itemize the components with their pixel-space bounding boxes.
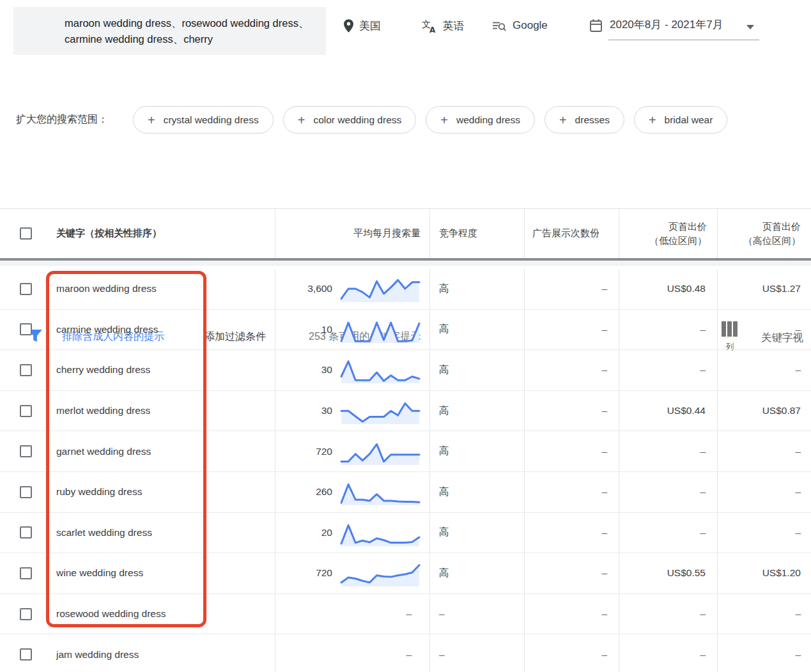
competition-value: – [429,594,524,634]
ad-share-value: – [524,594,619,634]
bid-low-value: – [619,310,717,350]
chip-wedding-dress[interactable]: +wedding dress [426,106,535,134]
keyword-query-text: maroon wedding dress、rosewood wedding dr… [65,15,321,47]
location-setting[interactable]: 美国 [344,19,381,33]
volume-value: – [406,649,412,661]
keyword-text: scarlet wedding dress [56,527,152,538]
plus-icon: + [148,114,155,126]
chip-color-wedding-dress[interactable]: +color wedding dress [283,106,417,134]
keyword-text: cherry wedding dress [56,364,150,376]
expand-search-label: 扩大您的搜索范围： [16,113,108,126]
plus-icon: + [649,114,656,126]
header-shadow-band [0,261,811,266]
bid-high-value: – [717,310,811,350]
competition-value: 高 [429,513,524,553]
volume-value: 30 [321,364,332,376]
table-row: maroon wedding dress 3,600 高 – US$0.48 U… [0,269,811,310]
filter-bar: 排除含成人内容的提示 添加过滤条件 253 条可用的关键字提示 列 关键字视 [0,157,811,208]
ad-share-value: – [524,634,619,672]
bid-high-value: – [717,431,811,471]
ad-share-value: – [524,553,619,593]
volume-value: – [406,608,412,620]
row-checkbox[interactable] [20,283,32,295]
location-label: 美国 [359,19,381,33]
bid-high-value: – [717,350,811,390]
chip-label: color wedding dress [313,114,401,126]
row-checkbox[interactable] [20,323,32,335]
chip-bridal-wear[interactable]: +bridal wear [634,106,728,134]
chip-label: wedding dress [456,114,520,126]
table-body: maroon wedding dress 3,600 高 – US$0.48 U… [0,269,811,672]
competition-value: 高 [429,391,524,431]
row-checkbox[interactable] [20,445,32,457]
bid-high-value: – [717,594,811,634]
trend-sparkline [340,316,421,344]
volume-value: 720 [316,567,332,579]
column-header-bid-low[interactable]: 页首出价 （低位区间） [619,209,717,258]
row-checkbox[interactable] [20,648,32,661]
keyword-text: maroon wedding dress [56,283,157,294]
ad-share-value: – [524,472,619,512]
bid-low-line2: （低位区间） [649,234,707,248]
chip-dresses[interactable]: +dresses [545,106,624,134]
chip-label: bridal wear [665,114,713,126]
bid-low-value: US$0.48 [619,269,717,309]
network-label: Google [513,19,548,32]
row-checkbox[interactable] [20,526,32,538]
keyword-query-box[interactable]: maroon wedding dress、rosewood wedding dr… [13,7,326,55]
table-row: merlot wedding dress 30 高 – US$0.44 US$0… [0,391,811,432]
date-range-label: 2020年8月 - 2021年7月 [610,17,723,32]
chip-label: crystal wedding dress [164,114,259,126]
ad-share-value: – [524,391,619,431]
bid-high-value: – [717,472,811,512]
location-pin-icon [344,19,353,33]
volume-value: 260 [316,486,332,498]
table-row: garnet wedding dress 720 高 – – – [0,431,811,472]
select-all-checkbox[interactable] [20,227,32,240]
trend-sparkline [340,519,421,547]
bid-low-value: – [619,513,717,553]
bid-low-value: US$0.44 [619,391,717,431]
column-header-ad-share[interactable]: 广告展示次数份 [524,209,619,258]
bid-high-value: US$0.87 [717,391,811,431]
keyword-text: wine wedding dress [56,567,143,579]
chevron-down-icon [746,25,754,29]
trend-sparkline [340,275,421,303]
date-range-setting[interactable]: 2020年8月 - 2021年7月 [589,16,759,40]
keyword-text: carmine wedding dress [56,324,158,335]
bid-high-value: – [717,634,811,672]
row-checkbox[interactable] [20,608,32,620]
competition-value: – [429,634,524,672]
keyword-text: ruby wedding dress [56,486,142,498]
plus-icon: + [298,114,305,126]
column-header-volume[interactable]: 平均每月搜索量 [275,209,429,258]
trend-sparkline [340,397,421,425]
bid-high-line1: 页首出价 [762,220,801,234]
bid-low-value: – [619,350,717,390]
row-checkbox[interactable] [20,486,32,498]
keyword-text: merlot wedding dress [56,405,150,416]
volume-value: 10 [321,324,332,335]
suggestion-chips: +crystal wedding dress +color wedding dr… [133,106,727,134]
row-checkbox[interactable] [20,364,32,376]
keyword-text: garnet wedding dress [56,446,151,457]
svg-text:A: A [429,26,436,33]
bid-low-line1: 页首出价 [668,220,707,234]
bid-high-line2: （高位区间） [743,234,801,248]
column-header-competition[interactable]: 竞争程度 [429,209,524,258]
column-header-keyword[interactable]: 关键字（按相关性排序） [46,209,275,258]
column-header-bid-high[interactable]: 页首出价 （高位区间） [717,209,811,258]
bid-low-value: – [619,431,717,471]
row-checkbox[interactable] [20,405,32,417]
chip-label: dresses [575,114,610,126]
chip-crystal-wedding-dress[interactable]: +crystal wedding dress [133,106,274,134]
language-setting[interactable]: 文 A 英语 [422,19,465,33]
network-setting[interactable]: Google [492,19,548,33]
bid-low-value: – [619,472,717,512]
ad-share-value: – [524,269,619,309]
table-row: scarlet wedding dress 20 高 – – – [0,513,811,554]
volume-value: 30 [321,405,332,416]
ad-share-value: – [524,350,619,390]
row-checkbox[interactable] [20,567,32,579]
bid-high-value: US$1.20 [717,553,811,593]
